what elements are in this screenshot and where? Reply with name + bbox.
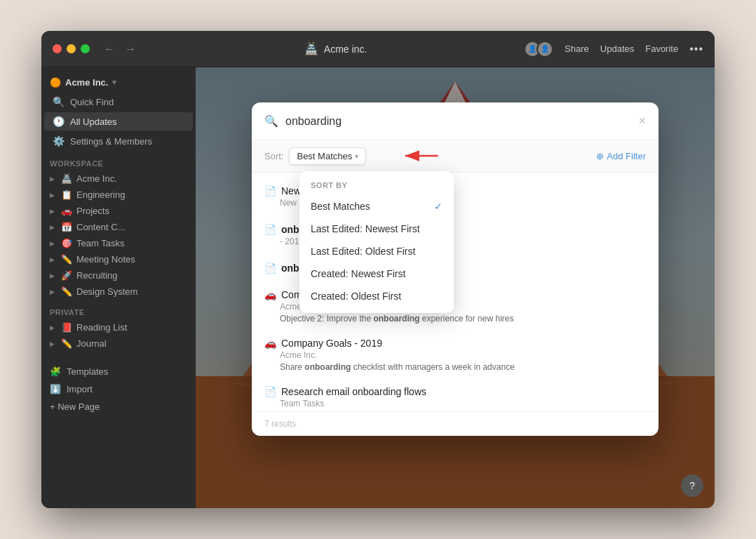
annotation-arrow — [399, 143, 441, 171]
tree-arrow-acme: ▶ — [50, 175, 57, 182]
workspace-name[interactable]: 🟠 Acme Inc. ▾ — [41, 73, 196, 92]
close-button[interactable] — [53, 44, 62, 53]
back-button[interactable]: ← — [101, 41, 118, 57]
search-toolbar: Sort: Best Matches ▾ — [252, 140, 659, 173]
workspace-section-label: WORKSPACE — [41, 151, 196, 171]
tree-arrow-meeting: ▶ — [50, 256, 57, 263]
avatar-2: 👤 — [536, 41, 553, 58]
search-modal: 🔍 onboarding × Sort: Best Matches ▾ — [252, 102, 659, 436]
tree-arrow-proj: ▶ — [50, 208, 57, 215]
projects-icon: 🚗 — [61, 206, 72, 216]
updates-button[interactable]: Updates — [600, 44, 634, 54]
search-input[interactable]: onboarding — [285, 115, 631, 128]
sidebar-item-reading[interactable]: ▶ 📕 Reading List — [41, 319, 196, 335]
sidebar-item-allupdates[interactable]: 🕐 All Updates — [44, 112, 193, 131]
sort-dropdown[interactable]: Best Matches ▾ — [289, 147, 366, 165]
tree-arrow-eng: ▶ — [50, 192, 57, 199]
result-icon: 🚗 — [264, 338, 276, 349]
page-icon: 🏯 — [304, 42, 318, 55]
tree-arrow-design: ▶ — [50, 288, 57, 295]
more-button[interactable]: ••• — [689, 43, 703, 55]
result-icon: 📄 — [264, 262, 276, 274]
sidebar-item-import[interactable]: ⬇️ Import — [41, 380, 196, 398]
sort-popup-header: SORT BY — [299, 177, 454, 195]
acme-icon: 🏯 — [61, 173, 72, 184]
favorite-button[interactable]: Favorite — [645, 44, 678, 54]
result-item[interactable]: 📄 Research email onboarding flows Team T… — [252, 379, 659, 411]
sort-option-oldest-created[interactable]: Created: Oldest First — [299, 285, 454, 307]
sidebar-item-projects[interactable]: ▶ 🚗 Projects — [41, 203, 196, 219]
sidebar-item-engineering[interactable]: ▶ 📋 Engineering — [41, 187, 196, 203]
sort-option-oldest-edited[interactable]: Last Edited: Oldest First — [299, 240, 454, 262]
search-header: 🔍 onboarding × — [252, 102, 659, 140]
sort-value: Best Matches — [297, 151, 352, 161]
sidebar-item-design[interactable]: ▶ ✏️ Design System — [41, 284, 196, 300]
result-subtitle: Team Tasks — [264, 399, 646, 408]
titlebar: ← → 🏯 Acme inc. 👤 👤 Share Updates Favori… — [41, 31, 715, 67]
share-button[interactable]: Share — [565, 44, 589, 54]
tree-arrow-reading: ▶ — [50, 324, 57, 331]
sidebar-item-acme[interactable]: ▶ 🏯 Acme Inc. — [41, 171, 196, 187]
result-title: 🚗 Company Goals - 2019 — [264, 338, 646, 349]
content-icon: 📅 — [61, 222, 72, 232]
content-pane: ? 🔍 onboarding × Sort: Best Matches ▾ — [196, 67, 715, 508]
sidebar-item-journal[interactable]: ▶ ✏️ Journal — [41, 335, 196, 352]
allupdates-icon: 🕐 — [53, 116, 65, 127]
reading-icon: 📕 — [61, 322, 72, 333]
help-button[interactable]: ? — [681, 474, 703, 497]
recruiting-icon: 🚀 — [61, 270, 72, 281]
result-icon: 📄 — [264, 224, 276, 235]
minimize-button[interactable] — [67, 44, 76, 53]
sort-option-newest-created[interactable]: Created: Newest First — [299, 262, 454, 285]
sidebar-item-teamtasks[interactable]: ▶ 🎯 Team Tasks — [41, 235, 196, 251]
page-title: Acme inc. — [324, 44, 367, 55]
new-page-button[interactable]: + New Page — [41, 398, 196, 415]
add-filter-button[interactable]: ⊕ Add Filter — [596, 151, 646, 161]
filter-icon: ⊕ — [596, 151, 604, 161]
teamtasks-icon: 🎯 — [61, 238, 72, 248]
results-footer: 7 results — [252, 411, 659, 436]
engineering-icon: 📋 — [61, 189, 72, 200]
sort-label: Sort: — [264, 151, 283, 161]
sort-option-newest-edited[interactable]: Last Edited: Newest First — [299, 218, 454, 240]
result-title: 📄 Research email onboarding flows — [264, 386, 646, 397]
result-item[interactable]: 🚗 Company Goals - 2019 Acme Inc. Share o… — [252, 331, 659, 379]
main-area: 🟠 Acme Inc. ▾ 🔍 Quick Find 🕐 All Updates… — [41, 67, 715, 508]
private-section-label: PRIVATE — [41, 300, 196, 319]
sort-check-icon: ✓ — [434, 201, 443, 212]
import-icon: ⬇️ — [50, 384, 61, 394]
clear-search-button[interactable]: × — [638, 114, 646, 128]
app-window: ← → 🏯 Acme inc. 👤 👤 Share Updates Favori… — [41, 31, 715, 508]
nav-arrows: ← → — [101, 41, 139, 57]
sidebar-item-templates[interactable]: 🧩 Templates — [41, 363, 196, 380]
sort-popup: SORT BY Best Matches ✓ Last Edited: Newe… — [299, 171, 454, 313]
design-icon: ✏️ — [61, 286, 72, 297]
journal-icon: ✏️ — [61, 338, 72, 349]
avatar-group: 👤 👤 — [524, 41, 553, 58]
sidebar-item-recruiting[interactable]: ▶ 🚀 Recruiting — [41, 267, 196, 284]
workspace-icon: 🟠 — [50, 77, 61, 88]
sidebar-item-settings[interactable]: ⚙️ Settings & Members — [44, 132, 193, 150]
search-icon: 🔍 — [264, 114, 278, 128]
sidebar-item-quickfind[interactable]: 🔍 Quick Find — [44, 93, 193, 111]
tree-arrow-content: ▶ — [50, 224, 57, 231]
forward-button[interactable]: → — [122, 41, 139, 57]
chevron-down-icon: ▾ — [355, 152, 358, 160]
workspace-chevron: ▾ — [112, 78, 116, 87]
sort-option-best[interactable]: Best Matches ✓ — [299, 195, 454, 218]
result-subtitle: Acme Inc. — [264, 350, 646, 360]
result-snippet: Objective 2: Improve the onboarding expe… — [264, 314, 646, 324]
results-count: 7 results — [264, 419, 296, 429]
titlebar-actions: 👤 👤 Share Updates Favorite ••• — [524, 41, 703, 58]
quickfind-icon: 🔍 — [53, 96, 65, 107]
meeting-icon: ✏️ — [61, 254, 72, 265]
traffic-lights — [53, 44, 90, 53]
titlebar-center: 🏯 Acme inc. — [147, 42, 524, 55]
sidebar: 🟠 Acme Inc. ▾ 🔍 Quick Find 🕐 All Updates… — [41, 67, 196, 508]
templates-icon: 🧩 — [50, 366, 61, 377]
sidebar-item-content[interactable]: ▶ 📅 Content C... — [41, 219, 196, 235]
result-icon: 🚗 — [264, 289, 276, 300]
sidebar-item-meeting[interactable]: ▶ ✏️ Meeting Notes — [41, 251, 196, 267]
maximize-button[interactable] — [81, 44, 90, 53]
tree-arrow-recruit: ▶ — [50, 272, 57, 279]
